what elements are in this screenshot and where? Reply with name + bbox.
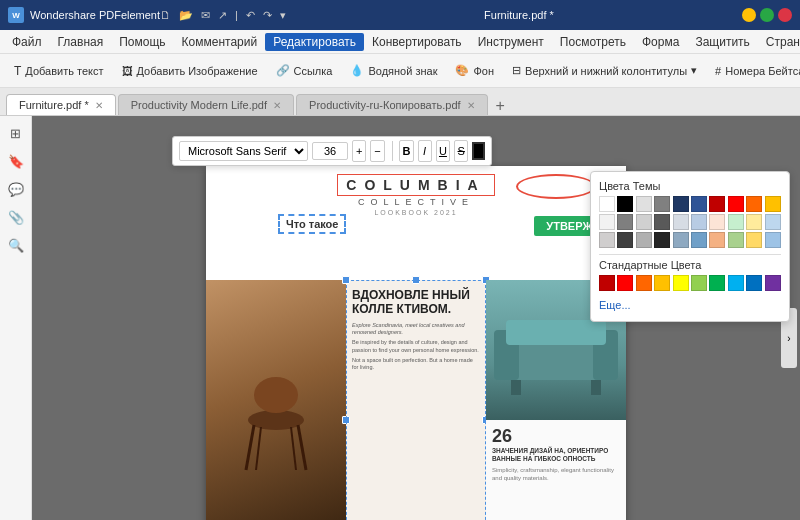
tab-furniture-close[interactable]: ✕ [95, 100, 103, 111]
underline-button[interactable]: U [436, 140, 450, 162]
color-cell[interactable] [691, 232, 707, 248]
color-cell[interactable] [765, 214, 781, 230]
color-cell[interactable] [709, 232, 725, 248]
tab-productivity-close[interactable]: ✕ [273, 100, 281, 111]
mail-icon[interactable]: ✉ [201, 9, 210, 22]
italic-button[interactable]: I [418, 140, 432, 162]
font-size-plus-button[interactable]: + [352, 140, 366, 162]
color-cell[interactable] [709, 214, 725, 230]
std-color-cell[interactable] [709, 275, 725, 291]
watermark-button[interactable]: 💧 Водяной знак [342, 60, 445, 81]
std-color-cell[interactable] [691, 275, 707, 291]
color-cell[interactable] [636, 232, 652, 248]
undo-icon[interactable]: ↶ [246, 9, 255, 22]
color-cell[interactable] [746, 232, 762, 248]
color-cell[interactable] [599, 232, 615, 248]
sidebar-page-icon[interactable]: ⊞ [5, 122, 27, 144]
color-cell[interactable] [746, 196, 762, 212]
text-color-swatch[interactable] [472, 142, 485, 160]
handle-tm[interactable] [412, 276, 420, 284]
open-icon[interactable]: 📂 [179, 9, 193, 22]
dropdown-icon[interactable]: ▾ [280, 9, 286, 22]
new-icon[interactable]: 🗋 [160, 9, 171, 21]
svg-line-2 [246, 425, 254, 470]
color-cell[interactable] [599, 196, 615, 212]
sidebar-attach-icon[interactable]: 📎 [5, 206, 27, 228]
std-color-cell[interactable] [617, 275, 633, 291]
share-icon[interactable]: ↗ [218, 9, 227, 22]
sidebar-search-icon[interactable]: 🔍 [5, 234, 27, 256]
color-cell[interactable] [728, 232, 744, 248]
menu-page[interactable]: Страница [758, 33, 800, 51]
color-cell[interactable] [654, 214, 670, 230]
menu-help[interactable]: Помощь [111, 33, 173, 51]
link-button[interactable]: 🔗 Ссылка [268, 60, 341, 81]
sidebar-comment-icon[interactable]: 💬 [5, 178, 27, 200]
tab-productivity[interactable]: Productivity Modern Life.pdf ✕ [118, 94, 294, 115]
handle-ml[interactable] [342, 416, 350, 424]
std-color-cell[interactable] [654, 275, 670, 291]
menu-comment[interactable]: Комментарий [174, 33, 266, 51]
color-cell[interactable] [599, 214, 615, 230]
color-cell[interactable] [728, 214, 744, 230]
color-cell[interactable] [636, 196, 652, 212]
menu-form[interactable]: Форма [634, 33, 687, 51]
color-cell[interactable] [746, 214, 762, 230]
color-cell[interactable] [673, 214, 689, 230]
add-text-button[interactable]: T Добавить текст [6, 60, 112, 82]
color-cell[interactable] [654, 196, 670, 212]
color-cell[interactable] [765, 232, 781, 248]
menu-protect[interactable]: Защитить [687, 33, 757, 51]
font-name-select[interactable]: Microsoft Sans Serif [179, 141, 308, 161]
strikethrough-button[interactable]: S [454, 140, 468, 162]
color-cell[interactable] [617, 214, 633, 230]
redo-icon[interactable]: ↷ [263, 9, 272, 22]
header-footer-button[interactable]: ⊟ Верхний и нижний колонтитулы ▾ [504, 60, 705, 81]
tab-furniture[interactable]: Furniture.pdf * ✕ [6, 94, 116, 115]
font-size-input[interactable] [312, 142, 348, 160]
menu-home[interactable]: Главная [50, 33, 112, 51]
menu-tools[interactable]: Инструмент [470, 33, 552, 51]
handle-tl[interactable] [342, 276, 350, 284]
new-tab-button[interactable]: + [490, 97, 511, 115]
tab-productivity-ru-close[interactable]: ✕ [467, 100, 475, 111]
background-button[interactable]: 🎨 Фон [447, 60, 502, 81]
std-color-cell[interactable] [673, 275, 689, 291]
standard-colors-label: Стандартные Цвета [599, 259, 781, 271]
minimize-button[interactable] [742, 8, 756, 22]
menu-edit[interactable]: Редактировать [265, 33, 364, 51]
color-cell[interactable] [636, 214, 652, 230]
menu-convert[interactable]: Конвертировать [364, 33, 470, 51]
bates-button[interactable]: # Номера Бейтса [707, 61, 800, 81]
color-cell[interactable] [728, 196, 744, 212]
color-cell[interactable] [617, 232, 633, 248]
document-tabs: Furniture.pdf * ✕ Productivity Modern Li… [0, 88, 800, 116]
color-cell[interactable] [617, 196, 633, 212]
app-name: Wondershare PDFelement [30, 9, 160, 21]
std-color-cell[interactable] [728, 275, 744, 291]
close-button[interactable] [778, 8, 792, 22]
tab-productivity-ru[interactable]: Productivity-ru-Копировать.pdf ✕ [296, 94, 488, 115]
menu-view[interactable]: Посмотреть [552, 33, 634, 51]
font-size-minus-button[interactable]: − [370, 140, 384, 162]
more-colors-link[interactable]: Еще... [599, 297, 781, 313]
add-image-button[interactable]: 🖼 Добавить Изображение [114, 61, 266, 81]
color-cell[interactable] [654, 232, 670, 248]
add-image-label: Добавить Изображение [137, 65, 258, 77]
color-cell[interactable] [709, 196, 725, 212]
color-cell[interactable] [691, 196, 707, 212]
sidebar-bookmark-icon[interactable]: 🔖 [5, 150, 27, 172]
maximize-button[interactable] [760, 8, 774, 22]
color-cell[interactable] [673, 232, 689, 248]
std-color-cell[interactable] [765, 275, 781, 291]
menu-file[interactable]: Файл [4, 33, 50, 51]
color-cell[interactable] [691, 214, 707, 230]
title-bar: W Wondershare PDFelement 🗋 📂 ✉ ↗ | ↶ ↷ ▾… [0, 0, 800, 30]
bold-button[interactable]: B [399, 140, 413, 162]
color-cell[interactable] [765, 196, 781, 212]
std-color-cell[interactable] [599, 275, 615, 291]
design-number: 26 [492, 426, 620, 447]
color-cell[interactable] [673, 196, 689, 212]
std-color-cell[interactable] [746, 275, 762, 291]
std-color-cell[interactable] [636, 275, 652, 291]
